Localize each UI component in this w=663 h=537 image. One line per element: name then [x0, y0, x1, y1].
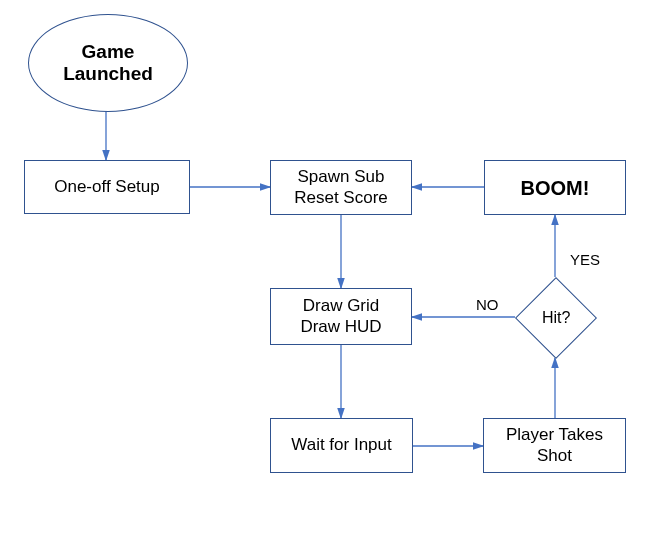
spawn-line1: Spawn Sub [294, 167, 388, 187]
label-no: NO [476, 296, 499, 313]
shot-line1: Player Takes [506, 425, 603, 445]
start-label: Game Launched [63, 41, 153, 85]
wait-label: Wait for Input [291, 435, 391, 455]
flowchart: Game Launched One-off Setup Spawn Sub Re… [0, 0, 663, 537]
node-shot: Player Takes Shot [483, 418, 626, 473]
node-setup: One-off Setup [24, 160, 190, 214]
spawn-line2: Reset Score [294, 188, 388, 208]
node-boom: BOOM! [484, 160, 626, 215]
draw-line1: Draw Grid [300, 296, 381, 316]
node-wait: Wait for Input [270, 418, 413, 473]
node-hit-decision: Hit? [515, 277, 597, 359]
draw-line2: Draw HUD [300, 317, 381, 337]
label-yes: YES [570, 251, 600, 268]
node-spawn: Spawn Sub Reset Score [270, 160, 412, 215]
node-draw: Draw Grid Draw HUD [270, 288, 412, 345]
setup-label: One-off Setup [54, 177, 160, 197]
boom-label: BOOM! [521, 176, 590, 200]
hit-label: Hit? [542, 309, 570, 327]
node-start: Game Launched [28, 14, 188, 112]
shot-line2: Shot [506, 446, 603, 466]
